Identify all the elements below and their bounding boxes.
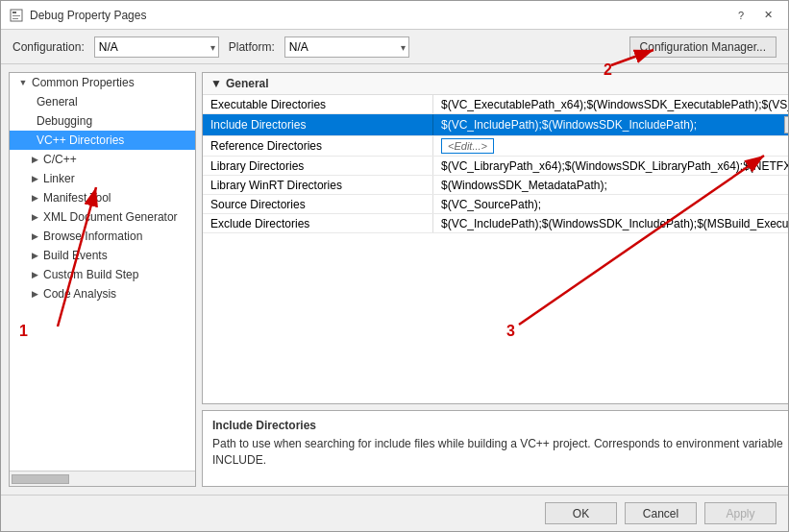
table-row-reference[interactable]: Reference Directories <Edit...> — [203, 136, 788, 157]
tree-item-linker[interactable]: ▶ Linker — [10, 169, 195, 188]
tree-item-general-label: General — [37, 95, 78, 109]
section-header: ▼ General — [203, 73, 788, 95]
tree-item-general[interactable]: General — [10, 92, 195, 111]
prop-name-source: Source Directories — [203, 195, 433, 213]
tree-panel: ▼ Common Properties General Debugging VC… — [9, 72, 196, 487]
prop-name-winrt: Library WinRT Directories — [203, 176, 433, 194]
config-manager-button[interactable]: Configuration Manager... — [629, 36, 777, 58]
description-panel: Include Directories Path to use when sea… — [202, 410, 788, 487]
tree-item-xml-generator[interactable]: ▶ XML Document Generator — [10, 207, 195, 227]
prop-value-winrt: $(WindowsSDK_MetadataPath); — [433, 176, 788, 194]
prop-value-text-library: $(VC_LibraryPath_x64);$(WindowsSDK_Libra… — [441, 159, 788, 173]
cancel-button[interactable]: Cancel — [625, 502, 697, 524]
bottom-bar: OK Cancel Apply — [1, 495, 788, 531]
prop-value-text-executable: $(VC_ExecutablePath_x64);$(WindowsSDK_Ex… — [441, 98, 788, 111]
tree-item-custom-build[interactable]: ▶ Custom Build Step — [10, 265, 195, 284]
svg-rect-2 — [12, 15, 20, 16]
prop-value-reference: <Edit...> — [433, 136, 788, 156]
apply-button[interactable]: Apply — [704, 502, 777, 524]
root-expander-icon: ▼ — [17, 77, 29, 88]
properties-icon — [9, 8, 24, 23]
config-select[interactable]: N/A — [94, 36, 219, 58]
close-button[interactable]: ✕ — [755, 6, 780, 25]
title-bar: Debug Property Pages ? ✕ — [1, 1, 788, 30]
edit-indicator[interactable]: <Edit...> — [441, 138, 494, 154]
cpp-expander-icon: ▶ — [29, 154, 40, 165]
tree-item-browse-label: Browse Information — [43, 230, 142, 243]
description-title: Include Directories — [212, 419, 788, 432]
table-row-exclude[interactable]: Exclude Directories $(VC_IncludePath);$(… — [203, 214, 788, 233]
prop-value-text-exclude: $(VC_IncludePath);$(WindowsSDK_IncludePa… — [441, 217, 788, 230]
include-dropdown-button[interactable]: ▾ — [784, 116, 788, 133]
prop-value-source: $(VC_SourcePath); — [433, 195, 788, 213]
tree-item-code-analysis-label: Code Analysis — [43, 287, 116, 301]
tree-root-label: Common Properties — [32, 76, 135, 89]
tree-item-vc-directories-label: VC++ Directories — [37, 133, 124, 147]
linker-expander-icon: ▶ — [29, 173, 40, 184]
tree-item-cpp-label: C/C++ — [43, 153, 77, 166]
prop-value-text-source: $(VC_SourcePath); — [441, 198, 788, 211]
tree-item-debugging-label: Debugging — [37, 114, 92, 128]
tree-item-cpp[interactable]: ▶ C/C++ — [10, 150, 195, 169]
svg-rect-1 — [12, 12, 16, 13]
tree-scrollbar-thumb[interactable] — [12, 474, 69, 484]
svg-rect-3 — [12, 18, 18, 19]
prop-value-include[interactable]: $(VC_IncludePath);$(WindowsSDK_IncludePa… — [433, 114, 788, 135]
tree-item-custom-build-label: Custom Build Step — [43, 268, 138, 281]
main-content: ▼ Common Properties General Debugging VC… — [1, 64, 788, 495]
title-bar-controls: ? ✕ — [728, 6, 780, 25]
properties-table: Executable Directories $(VC_ExecutablePa… — [203, 95, 788, 403]
tree-item-manifest-tool[interactable]: ▶ Manifest Tool — [10, 188, 195, 207]
prop-name-include: Include Directories — [203, 114, 433, 135]
title-bar-left: Debug Property Pages — [9, 8, 146, 23]
prop-name-library: Library Directories — [203, 157, 433, 175]
tree-item-debugging[interactable]: Debugging — [10, 111, 195, 131]
prop-value-text-winrt: $(WindowsSDK_MetadataPath); — [441, 179, 788, 192]
build-events-expander-icon: ▶ — [29, 250, 40, 261]
prop-value-text-include: $(VC_IncludePath);$(WindowsSDK_IncludePa… — [441, 118, 782, 132]
help-button[interactable]: ? — [728, 6, 753, 25]
right-panel: ▼ General Executable Directories $(VC_Ex… — [202, 72, 788, 487]
tree-item-build-events[interactable]: ▶ Build Events — [10, 246, 195, 265]
table-row-library[interactable]: Library Directories $(VC_LibraryPath_x64… — [203, 157, 788, 176]
table-row[interactable]: Executable Directories $(VC_ExecutablePa… — [203, 95, 788, 114]
description-text: Path to use when searching for include f… — [212, 436, 788, 469]
custom-build-expander-icon: ▶ — [29, 269, 40, 280]
section-header-label: General — [226, 77, 269, 90]
platform-select-wrapper: N/A — [284, 36, 409, 58]
prop-value-exclude: $(VC_IncludePath);$(WindowsSDK_IncludePa… — [433, 214, 788, 232]
platform-select[interactable]: N/A — [284, 36, 409, 58]
dialog-window: Debug Property Pages ? ✕ Configuration: … — [0, 0, 789, 532]
tree-root-item[interactable]: ▼ Common Properties — [10, 73, 195, 92]
xml-expander-icon: ▶ — [29, 211, 40, 223]
tree-item-vc-directories[interactable]: VC++ Directories — [10, 131, 195, 150]
tree-item-linker-label: Linker — [43, 172, 75, 185]
table-row-winrt[interactable]: Library WinRT Directories $(WindowsSDK_M… — [203, 176, 788, 195]
ok-button[interactable]: OK — [545, 502, 617, 524]
code-analysis-expander-icon: ▶ — [29, 288, 40, 300]
tree-item-build-events-label: Build Events — [43, 249, 108, 262]
tree-item-code-analysis[interactable]: ▶ Code Analysis — [10, 284, 195, 303]
platform-label: Platform: — [229, 40, 275, 54]
properties-panel: ▼ General Executable Directories $(VC_Ex… — [202, 72, 788, 404]
prop-value-executable: $(VC_ExecutablePath_x64);$(WindowsSDK_Ex… — [433, 95, 788, 113]
config-select-wrapper: N/A — [94, 36, 219, 58]
tree-item-browse-info[interactable]: ▶ Browse Information — [10, 227, 195, 246]
prop-name-exclude: Exclude Directories — [203, 214, 433, 232]
tree-item-manifest-label: Manifest Tool — [43, 191, 111, 205]
browse-expander-icon: ▶ — [29, 230, 40, 242]
prop-name-reference: Reference Directories — [203, 136, 433, 156]
manifest-expander-icon: ▶ — [29, 192, 40, 204]
config-bar: Configuration: N/A Platform: N/A Configu… — [1, 30, 788, 64]
prop-name-executable: Executable Directories — [203, 95, 433, 113]
table-row-source[interactable]: Source Directories $(VC_SourcePath); — [203, 195, 788, 214]
table-row-include[interactable]: Include Directories $(VC_IncludePath);$(… — [203, 114, 788, 136]
section-expander-icon: ▼ — [210, 77, 222, 90]
tree-scrollbar[interactable] — [10, 471, 195, 486]
config-label: Configuration: — [12, 40, 85, 54]
window-title: Debug Property Pages — [30, 9, 146, 22]
prop-value-library: $(VC_LibraryPath_x64);$(WindowsSDK_Libra… — [433, 157, 788, 175]
tree-item-xml-label: XML Document Generator — [43, 210, 178, 224]
